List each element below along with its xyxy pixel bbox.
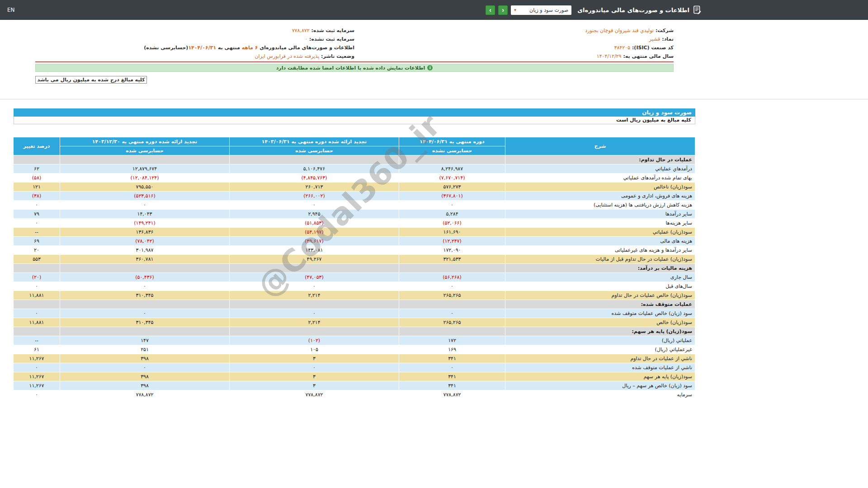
income-statement-table: شرح دوره منتهی به ۱۴۰۴/۰۶/۳۱ تجدید ارائه…	[13, 137, 695, 399]
section-empty-cell	[230, 264, 399, 273]
statement-title: صورت سود و زیان	[14, 108, 695, 117]
info-label: منتهی به	[216, 45, 241, 51]
info-value: ۷۷۸,۸۷۲	[292, 28, 310, 33]
value-cell: (۵۰,۴۳۶)	[60, 273, 230, 282]
value-cell: ۱۱,۲۶۷	[14, 354, 60, 363]
value-cell: (۴۷,۰۵۳)	[230, 273, 399, 282]
col-period-current: دوره منتهی به ۱۴۰۴/۰۶/۳۱	[399, 137, 505, 146]
section-empty-cell	[60, 300, 230, 309]
row-label: عملیاتي (ریال)	[505, 336, 695, 345]
info-label: سال مالی منتهی به:	[623, 53, 674, 59]
row-label: غیرعملیاتي (ریال)	[505, 345, 695, 354]
value-cell: ۲,۲۱۴	[230, 291, 399, 300]
unit-note-row: کلیه مبالغ درج شده به میلیون ریال می باش…	[35, 76, 674, 84]
prev-statement-button[interactable]: ‹	[498, 5, 508, 15]
value-cell: (۵۲,۰۶۶)	[399, 219, 505, 228]
value-cell: ۰	[399, 363, 505, 372]
section-empty-cell	[399, 155, 505, 164]
value-cell: ۰	[60, 282, 230, 291]
value-cell: ۲۶۵,۲۶۵	[399, 318, 505, 327]
value-cell: ۱۱,۸۸۱	[14, 291, 60, 300]
top-navbar: اطلاعات و صورت‌های مالی میاندوره‌ای صورت…	[0, 0, 868, 20]
table-header: شرح دوره منتهی به ۱۴۰۴/۰۶/۳۱ تجدید ارائه…	[14, 137, 695, 155]
info-row: اطلاعات و صورت‌های مالی میاندوره‌ای ۶ ما…	[35, 43, 354, 52]
value-cell: (۳۶۷,۸۰۱)	[399, 192, 505, 201]
section-empty-cell	[14, 327, 60, 336]
value-cell: ۳۹۸	[60, 354, 230, 363]
info-label: وضعیت ناشر:	[321, 53, 354, 59]
value-cell: ۷۹	[14, 210, 60, 219]
row-label: سایر درآمدها و هزینه های غیرعملیاتی	[505, 246, 695, 255]
next-statement-button[interactable]: ›	[486, 5, 495, 15]
value-cell: ۱۰۵	[230, 345, 399, 354]
value-cell: ۳۲۱,۵۳۳	[399, 255, 505, 264]
section-empty-cell	[399, 300, 505, 309]
table-row: سود(زیان) عملیات در حال تداوم قبل از مال…	[14, 255, 695, 264]
info-label: نماد:	[662, 36, 674, 42]
navbar-controls: اطلاعات و صورت‌های مالی میاندوره‌ای صورت…	[486, 5, 702, 15]
signed-banner-text: اطلاعات نمایش داده شده با اطلاعات امضا ش…	[276, 65, 425, 71]
section-empty-cell	[60, 327, 230, 336]
value-cell: ۰	[230, 201, 399, 210]
value-cell: ۱۷۲	[399, 336, 505, 345]
section-divider	[0, 99, 868, 99]
value-cell: ۳	[230, 354, 399, 363]
row-label: سود(زیان) عملیات در حال تداوم قبل از مال…	[505, 255, 695, 264]
company-info-left: سرمایه ثبت شده:۷۷۸,۸۷۲سرمایه ثبت نشده:۰ا…	[35, 26, 354, 61]
row-label: سال‌های قبل	[505, 282, 695, 291]
section-empty-cell	[230, 327, 399, 336]
info-value: ۳۸۴۲۰۵	[614, 45, 630, 51]
language-toggle[interactable]: EN	[7, 7, 15, 13]
statement-select-value: صورت سود و زیان	[529, 7, 568, 13]
table-row: عملیاتي (ریال)۱۷۲(۱۰۲)۱۴۷--	[14, 336, 695, 345]
col-change-percent: درصد تغییر	[14, 137, 60, 155]
info-value: پذیرفته شده در فرابورس ایران	[255, 53, 319, 59]
row-label: ناشي از عملیات متوقف شده	[505, 363, 695, 372]
value-cell: ۲,۹۴۵	[230, 210, 399, 219]
row-label: سود (زیان) خالص هر سهم – ریال	[505, 381, 695, 390]
value-cell: (۵۶,۲۶۸)	[399, 273, 505, 282]
statement-subtitle: کلیه مبالغ به میلیون ریال است	[14, 117, 695, 124]
row-label: سایر هزینه‌ها	[505, 219, 695, 228]
info-highlight: ۶ ماهه	[242, 45, 258, 51]
row-label: بهای تمام شده درآمدهای عملیاتي	[505, 174, 695, 183]
value-cell: ۱۳۶,۸۳۶	[60, 228, 230, 237]
value-cell: ۷۷۸,۸۷۲	[230, 390, 399, 399]
value-cell: (۵۲۳,۵۱۶)	[60, 192, 230, 201]
value-cell: ۰	[14, 363, 60, 372]
value-cell: ۰	[14, 390, 60, 399]
value-cell: ۳۴۱	[399, 372, 505, 381]
value-cell: --	[14, 228, 60, 237]
row-label: درآمدهاي عملیاتي	[505, 164, 695, 174]
value-cell: (۵۱,۸۵۳)	[230, 219, 399, 228]
value-cell: ۲۵۱	[60, 345, 230, 354]
value-cell: (۳۸)	[14, 192, 60, 201]
table-row: ناشي از عملیات متوقف شده۰۰۰۰	[14, 363, 695, 372]
table-row: هزینه کاهش ارزش دریافتنی ها (هزینه استثن…	[14, 201, 695, 210]
report-icon	[693, 5, 702, 14]
value-cell: ۱۲,۸۷۹,۶۷۴	[60, 164, 230, 174]
row-label: هزینه های مالی	[505, 237, 695, 246]
value-cell: ۲۰	[14, 246, 60, 255]
info-row: کد صنعت (ISIC):۳۸۴۲۰۵	[354, 43, 674, 52]
statement-select[interactable]: صورت سود و زیان ▾	[511, 5, 571, 15]
value-cell: ۱۴۷	[60, 336, 230, 345]
value-cell: ۰	[230, 363, 399, 372]
value-cell: (۱۰۲)	[230, 336, 399, 345]
table-body: عملیات در حال تداوم:درآمدهاي عملیاتي۸,۲۴…	[14, 155, 695, 399]
row-label: سود(زیان) خالص	[505, 318, 695, 327]
row-label: سود(زیان) عملیاتي	[505, 228, 695, 237]
value-cell: ۶۲	[14, 164, 60, 174]
value-cell: (۷۸,۰۴۲)	[60, 237, 230, 246]
table-row: ناشي از عملیات در حال تداوم۳۴۱۳۳۹۸۱۱,۲۶۷	[14, 354, 695, 363]
info-value: ۱۴۰۴/۱۲/۲۹	[597, 53, 622, 59]
section-empty-cell	[399, 264, 505, 273]
section-row: عملیات متوقف شده:	[14, 300, 695, 309]
section-empty-cell	[14, 155, 60, 164]
table-row: غیرعملیاتي (ریال)۱۶۹۱۰۵۲۵۱۶۱	[14, 345, 695, 354]
value-cell: ۰	[230, 282, 399, 291]
info-row: نماد:قشیر	[354, 35, 674, 43]
value-cell: ۰	[399, 282, 505, 291]
row-label: ناشي از عملیات در حال تداوم	[505, 354, 695, 363]
value-cell: ۳۶۰,۷۸۱	[60, 255, 230, 264]
